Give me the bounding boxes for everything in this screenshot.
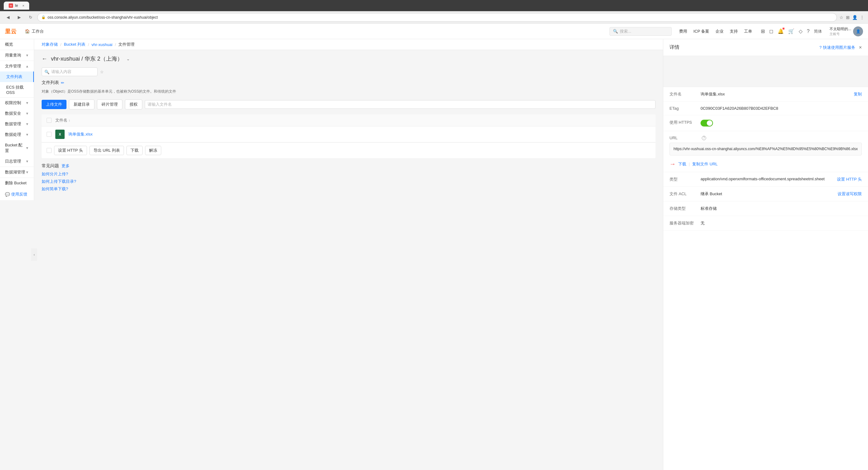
- table-action-checkbox[interactable]: [46, 148, 52, 153]
- help-icon[interactable]: ?: [807, 29, 810, 34]
- file-search-icon: 🔍: [44, 70, 50, 74]
- unfreeze-button[interactable]: 解冻: [145, 146, 161, 155]
- download-button[interactable]: 下载: [126, 146, 143, 155]
- new-dir-button[interactable]: 新建目录: [69, 99, 94, 110]
- quick-service-link[interactable]: ? 快速使用图片服务: [819, 45, 855, 50]
- filename-search[interactable]: 请输入文件名: [145, 100, 655, 109]
- acl-value: 继承 Bucket: [701, 191, 838, 197]
- faq-link-3[interactable]: 如何简单下载?: [42, 186, 655, 192]
- detail-https-row: 使用 HTTPS: [663, 115, 868, 131]
- refresh-button[interactable]: ↻: [26, 13, 35, 22]
- sidebar-item-logmgr[interactable]: 日志管理 ▼: [0, 156, 34, 167]
- detail-close-button[interactable]: ×: [859, 45, 862, 50]
- breadcrumb: 对象存储 / Bucket 列表 / vhr-xushuai / 文件管理: [34, 39, 663, 50]
- acl-label: 文件 ACL: [670, 191, 701, 197]
- breadcrumb-item-2[interactable]: Bucket 列表: [64, 42, 86, 47]
- back-button[interactable]: ←: [42, 56, 47, 62]
- sidebar-item-filemanage[interactable]: 文件管理 ▲: [0, 61, 34, 71]
- export-url-button[interactable]: 导出 URL 列表: [90, 146, 124, 155]
- avatar: 👤: [853, 26, 863, 36]
- browser-tab[interactable]: Ie Ie ×: [4, 2, 29, 10]
- question-icon: ?: [819, 45, 822, 50]
- search-box[interactable]: 🔍 搜索...: [610, 27, 672, 36]
- address-bar[interactable]: 🔒 oss.console.aliyun.com/bucket/oss-cn-s…: [37, 13, 837, 22]
- copy-filename-button[interactable]: 复制: [854, 91, 862, 97]
- faq-header: 常见问题 更多: [42, 163, 655, 169]
- filename-label: 文件名: [670, 91, 701, 97]
- detail-header: 详情 ? 快速使用图片服务 ×: [663, 39, 868, 56]
- page-header: ← vhr-xushuai / 华东 2（上海） ⌄: [42, 55, 655, 62]
- region-dropdown-icon[interactable]: ⌄: [126, 57, 130, 61]
- back-button[interactable]: ◀: [4, 13, 12, 22]
- settings-icon[interactable]: ◇: [799, 28, 802, 34]
- detail-storage-row: 存储类型 标准存储: [663, 201, 868, 216]
- search-placeholder-text: 搜索...: [620, 29, 631, 34]
- set-rw-link[interactable]: 设置读写权限: [838, 191, 862, 197]
- sidebar-item-bucketconfig[interactable]: Bucket 配置 ▼: [0, 140, 34, 156]
- tab-close-button[interactable]: ×: [22, 4, 24, 7]
- bookmark-icon[interactable]: ☆: [839, 15, 843, 20]
- nav-link-icp[interactable]: ICP 备案: [693, 29, 709, 34]
- file-search-box[interactable]: 🔍 请输入内容: [42, 67, 98, 76]
- page-content: ← vhr-xushuai / 华东 2（上海） ⌄ 🔍 请输入内容 ☆ 文件列…: [34, 50, 663, 199]
- browser-chrome: Ie Ie ×: [0, 0, 868, 11]
- user-info[interactable]: 不太聪明的... 主账号 👤: [830, 26, 863, 36]
- file-search-placeholder: 请输入内容: [51, 69, 71, 75]
- feedback-link[interactable]: 💬 使用反馈: [0, 188, 34, 200]
- https-toggle[interactable]: [701, 120, 713, 126]
- breadcrumb-item-3[interactable]: vhr-xushuai: [92, 42, 113, 47]
- select-all-checkbox[interactable]: [46, 118, 52, 123]
- menu-icon[interactable]: ⋮: [860, 15, 864, 20]
- lang-switch[interactable]: 简体: [814, 29, 822, 34]
- faq-link-1[interactable]: 如何分片上传?: [42, 171, 655, 177]
- profile-icon[interactable]: 👤: [852, 15, 858, 20]
- url-text: oss.console.aliyun.com/bucket/oss-cn-sha…: [48, 15, 158, 20]
- description-text: 对象（Object）是OSS存储数据的基本单元，也被称为OSS的文件。和传统的文…: [42, 89, 655, 94]
- set-http-head-button[interactable]: 设置 HTTP 头: [54, 146, 87, 155]
- https-label: 使用 HTTPS: [670, 120, 701, 125]
- nav-link-support[interactable]: 支持: [730, 29, 738, 34]
- sidebar-item-filelist[interactable]: 文件列表: [0, 71, 34, 82]
- file-name-link[interactable]: 询单值集.xlsx: [68, 131, 651, 137]
- url-sep: |: [689, 161, 690, 166]
- nav-link-fee[interactable]: 费用: [679, 29, 687, 34]
- sidebar-item-overview[interactable]: 概览: [0, 39, 34, 50]
- row-checkbox[interactable]: [46, 132, 52, 137]
- auth-button[interactable]: 授权: [125, 99, 142, 110]
- sidebar-item-ecs[interactable]: ECS 挂载 OSS: [0, 82, 34, 97]
- faq-more-link[interactable]: 更多: [62, 163, 70, 169]
- extensions-icon[interactable]: ⊞: [846, 15, 850, 20]
- faq-link-2[interactable]: 如何上传下载目录?: [42, 179, 655, 184]
- breadcrumb-item-1[interactable]: 对象存储: [42, 42, 58, 47]
- message-icon[interactable]: ◻: [769, 28, 773, 34]
- copy-url-link[interactable]: 复制文件 URL: [692, 161, 718, 167]
- url-info-icon[interactable]: ?: [702, 136, 706, 140]
- url-download-link[interactable]: 下载: [678, 161, 686, 167]
- detail-type-row: 类型 application/vnd.openxmlformats-office…: [663, 172, 868, 187]
- nav-link-enterprise[interactable]: 企业: [715, 29, 723, 34]
- grid-icon[interactable]: ⊞: [761, 28, 765, 34]
- cart-icon[interactable]: 🛒: [788, 28, 794, 34]
- sort-icon[interactable]: ↕: [69, 119, 70, 122]
- star-icon[interactable]: ☆: [100, 70, 104, 74]
- sidebar-collapse-btn[interactable]: ‹: [31, 248, 37, 261]
- edit-label-icon[interactable]: ✏: [61, 81, 64, 85]
- forward-button[interactable]: ▶: [15, 13, 24, 22]
- sidebar-item-datamgr[interactable]: 数据管理 ▼: [0, 119, 34, 129]
- file-icon: X: [55, 129, 65, 139]
- workbench-link[interactable]: 🏠 工作台: [22, 27, 47, 36]
- sidebar-item-datalake[interactable]: 数据湖管理 ▼: [0, 167, 34, 177]
- nav-link-ticket[interactable]: 工单: [744, 29, 752, 34]
- fragment-button[interactable]: 碎片管理: [97, 99, 122, 110]
- sidebar-item-deletebucket[interactable]: 删除 Bucket: [0, 178, 34, 188]
- sidebar-item-auth[interactable]: 权限控制 ▼: [0, 97, 34, 108]
- sidebar-item-dataproc[interactable]: 数据处理 ▼: [0, 129, 34, 140]
- search-icon: 🔍: [613, 29, 618, 34]
- sidebar-item-datasec[interactable]: 数据安全 ▼: [0, 108, 34, 119]
- bell-icon[interactable]: 🔔: [778, 28, 784, 34]
- set-http-head-link[interactable]: 设置 HTTP 头: [837, 177, 862, 182]
- sidebar-item-usage[interactable]: 用量查询 ▼: [0, 50, 34, 61]
- dataproc-collapse-icon: ▼: [26, 133, 29, 137]
- arrow-indicator: →: [670, 160, 676, 168]
- upload-button[interactable]: 上传文件: [42, 100, 66, 109]
